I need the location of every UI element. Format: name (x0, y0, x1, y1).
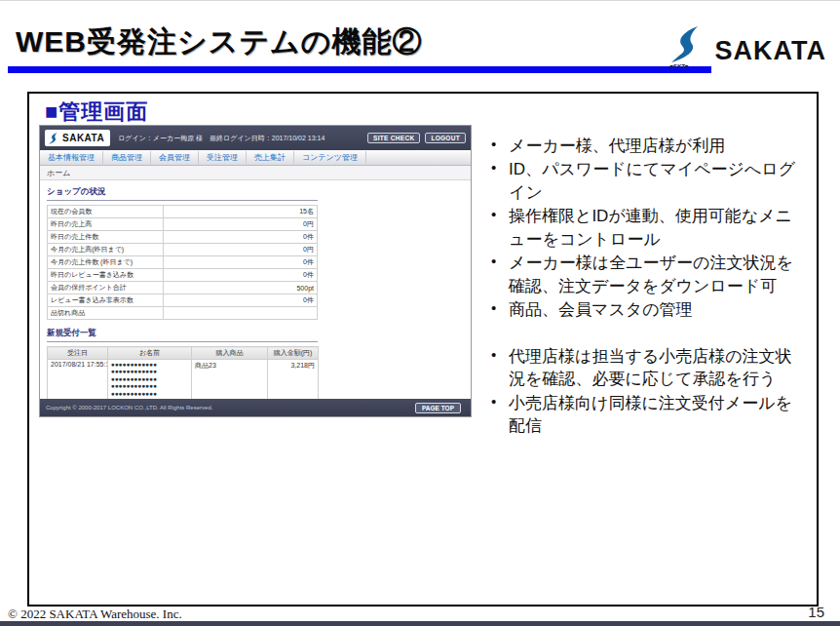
page-top-button[interactable]: PAGE TOP (415, 403, 461, 413)
status-value: 500pt (164, 282, 318, 294)
bullet-item: ID、パスワードにてマイページへログイン (485, 158, 805, 204)
order-amount: 3,218円 (268, 360, 319, 400)
bullet-notes: メーカー様、代理店様が利用ID、パスワードにてマイページへログイン操作権限とID… (485, 135, 805, 438)
bullet-list-top: メーカー様、代理店様が利用ID、パスワードにてマイページへログイン操作権限とID… (485, 135, 805, 322)
order-customer-name: ●●●●●●●●●●●● ●●●●●●●●●●●● ●●●●●●●●●●●● ●… (108, 360, 192, 400)
new-orders-table: 受注日お名前購入商品購入金額(円) 2017/08/21 17:55:16●●●… (47, 346, 319, 399)
admin-nav-item[interactable]: 会員管理 (151, 151, 199, 164)
admin-header-bar: SAKATA ログイン：メーカー梅原 様 最終ログイン日時：2017/10/02… (40, 126, 471, 150)
status-label: 今月の売上高(昨日まで) (48, 244, 164, 256)
status-value: 0件 (164, 294, 318, 307)
admin-sakata-logo-text: SAKATA (62, 133, 104, 143)
status-row: 昨日の売上件数0件 (48, 231, 318, 244)
status-value: 0件 (164, 256, 318, 269)
admin-nav-item[interactable]: コンテンツ管理 (294, 151, 366, 164)
status-value: 0件 (164, 269, 318, 282)
status-row: 品切れ商品 (48, 307, 318, 320)
admin-sakata-swoosh-icon (48, 133, 60, 144)
shop-status-table: 現在の会員数15名昨日の売上高0円昨日の売上件数0件今月の売上高(昨日まで)0円… (47, 205, 318, 320)
status-value: 0円 (164, 218, 318, 231)
section-heading: ■管理画面 (45, 98, 148, 127)
slide: WEB受発注システムの機能② ■SKT■ SAKATA ■管理画面 SAKATA… (0, 0, 840, 626)
admin-nav-item[interactable]: 基本情報管理 (40, 151, 103, 164)
status-label: レビュー書き込み非表示数 (48, 294, 164, 307)
order-date: 2017/08/21 17:55:16 (48, 360, 108, 400)
bullet-list-bottom: 代理店様は担当する小売店様の注文状況を確認、必要に応じて承認を行う小売店様向け同… (485, 345, 805, 438)
sakata-swoosh-icon: ■SKT■ (668, 26, 711, 71)
admin-nav-menu: 基本情報管理商品管理会員管理受注管理売上集計コンテンツ管理 (40, 150, 471, 166)
admin-nav-item[interactable]: 受注管理 (199, 151, 247, 164)
content-box: ■管理画面 SAKATA ログイン：メーカー梅原 様 最終ログイン日時：2017… (27, 92, 819, 606)
site-check-button[interactable]: SITE CHECK (367, 133, 420, 143)
admin-login-status: ログイン：メーカー梅原 様 最終ログイン日時：2017/10/02 13:14 (118, 134, 325, 143)
sakata-logo-subtext: ■SKT■ (670, 63, 689, 69)
orders-column-header: 購入商品 (192, 347, 268, 360)
sakata-logo: ■SKT■ SAKATA (668, 26, 827, 71)
status-row: 今月の売上件数 (昨日まで)0件 (48, 256, 318, 269)
new-orders-title: 新規受付一覧 (47, 328, 318, 342)
status-row: 現在の会員数15名 (48, 206, 318, 218)
bullet-item: メーカー様、代理店様が利用 (485, 135, 805, 157)
logout-button[interactable]: LOGOUT (425, 133, 466, 143)
admin-nav-item[interactable]: 商品管理 (103, 151, 151, 164)
status-label: 昨日の売上高 (48, 218, 164, 231)
admin-copyright: Copyright © 2000-2017 LOCKON CO.,LTD. Al… (46, 405, 212, 411)
order-product: 商品23 (192, 360, 268, 400)
status-value: 15名 (164, 206, 318, 218)
status-value: 0円 (164, 244, 318, 256)
shop-status-title: ショップの状況 (47, 186, 318, 201)
sakata-logo-text: SAKATA (715, 35, 827, 67)
status-label: 品切れ商品 (48, 307, 164, 320)
bullet-item: メーカー様は全ユーザーの注文状況を確認、注文データをダウンロード可 (485, 252, 805, 297)
admin-content: ショップの状況 現在の会員数15名昨日の売上高0円昨日の売上件数0件今月の売上高… (40, 180, 471, 399)
status-row: 昨日のレビュー書き込み数0件 (48, 269, 318, 282)
bullet-item: 小売店様向け同様に注文受付メールを配信 (485, 392, 805, 438)
order-row: 2017/08/21 17:55:16●●●●●●●●●●●● ●●●●●●●●… (48, 360, 319, 400)
orders-column-header: お名前 (108, 347, 192, 360)
status-row: 昨日の売上高0円 (48, 218, 318, 231)
slide-title: WEB受発注システムの機能② (16, 22, 423, 62)
bullet-item: 操作権限とIDが連動、使用可能なメニューをコントロール (485, 205, 805, 251)
status-row: レビュー書き込み非表示数0件 (48, 294, 318, 307)
status-label: 昨日のレビュー書き込み数 (48, 269, 164, 282)
title-underline (8, 66, 711, 73)
status-label: 昨日の売上件数 (48, 231, 164, 244)
bullet-item: 商品、会員マスタの管理 (485, 298, 805, 321)
admin-sakata-logo: SAKATA (45, 130, 110, 146)
admin-nav-item[interactable]: 売上集計 (247, 151, 294, 164)
status-label: 現在の会員数 (48, 206, 164, 218)
orders-column-header: 受注日 (48, 347, 108, 360)
page-number: 15 (808, 604, 824, 620)
admin-screenshot: SAKATA ログイン：メーカー梅原 様 最終ログイン日時：2017/10/02… (39, 125, 472, 417)
admin-breadcrumb[interactable]: ホーム (40, 166, 471, 180)
admin-footer-bar: Copyright © 2000-2017 LOCKON CO.,LTD. Al… (40, 399, 471, 416)
orders-column-header: 購入金額(円) (268, 347, 319, 360)
bottom-edge-strip (0, 621, 840, 626)
status-row: 会員の保持ポイント合計500pt (48, 282, 318, 294)
status-value (164, 307, 318, 320)
bullet-item: 代理店様は担当する小売店様の注文状況を確認、必要に応じて承認を行う (485, 345, 805, 391)
status-label: 会員の保持ポイント合計 (48, 282, 164, 294)
slide-copyright: © 2022 SAKATA Warehouse. Inc. (8, 606, 182, 622)
status-value: 0件 (164, 231, 318, 244)
status-row: 今月の売上高(昨日まで)0円 (48, 244, 318, 256)
status-label: 今月の売上件数 (昨日まで) (48, 256, 164, 269)
